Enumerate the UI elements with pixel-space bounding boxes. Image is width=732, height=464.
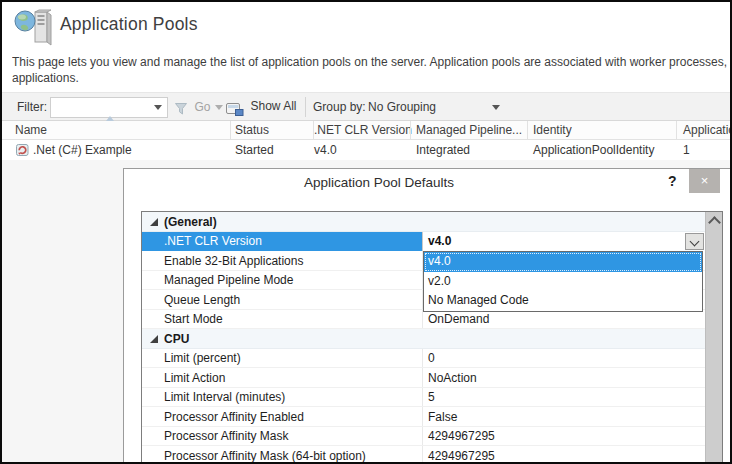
grid-row-processor-affinity-mask-64[interactable]: Processor Affinity Mask (64-bit option) … [142,446,705,464]
grid-row-net-clr-version[interactable]: .NET CLR Version v4.0 [142,232,705,252]
column-separator [676,121,677,140]
pool-clr-version: v4.0 [314,143,337,157]
pool-name: .Net (C#) Example [33,143,132,157]
show-all-button[interactable]: Show All [226,99,294,117]
clr-version-combobox[interactable]: v4.0 [422,232,705,252]
property-label: Limit Action [164,371,225,385]
chevron-down-icon [690,236,700,246]
pool-pipeline: Integrated [416,143,470,157]
combo-dropdown-button[interactable] [685,233,704,251]
property-grid: (General) .NET CLR Version v4.0 Enable 3… [141,211,723,464]
page-description-line1: This page lets you view and manage the l… [12,55,728,69]
dropdown-option-v40[interactable]: v4.0 [424,252,702,272]
column-header-applications[interactable]: Applications [683,123,732,137]
grid-section-general[interactable]: (General) [142,212,705,232]
scroll-up-icon[interactable] [708,216,721,229]
group-by-select[interactable]: No Grouping [368,93,504,120]
property-label: Limit Interval (minutes) [164,390,285,404]
go-dropdown-caret-icon[interactable] [215,105,223,110]
help-button[interactable]: ? [668,173,677,189]
property-value: 4294967295 [422,427,705,446]
grid-row-limit-percent[interactable]: Limit (percent) 0 [142,349,705,369]
clr-version-value: v4.0 [428,234,451,248]
go-button[interactable]: Go [174,100,209,118]
column-separator [410,121,411,140]
property-label: Processor Affinity Mask [164,429,289,443]
property-value: 4294967295 [422,446,705,464]
property-value: 0 [422,349,705,368]
filter-funnel-icon [174,102,189,116]
column-header-status[interactable]: Status [235,123,269,137]
grid-scrollbar[interactable] [705,212,722,464]
group-by-label: Group by: [313,100,366,114]
property-grid-rows: (General) .NET CLR Version v4.0 Enable 3… [142,212,705,464]
group-by-caret-icon [492,105,500,110]
pool-list-header: Name Status .NET CLR Version Managed Pip… [2,121,730,140]
close-button[interactable]: × [689,169,720,193]
page-title: Application Pools [60,14,198,35]
column-separator [313,121,314,140]
property-label: Start Mode [164,312,223,326]
show-all-label: Show All [250,99,296,113]
filter-label: Filter: [17,100,47,114]
toolbar-separator [305,97,306,117]
server-globe-icon [12,6,56,50]
property-value: OnDemand [422,310,705,329]
pool-applications: 1 [683,143,690,157]
section-label: CPU [164,332,189,346]
collapse-triangle-icon[interactable] [150,335,158,343]
property-label: Processor Affinity Mask (64-bit option) [164,449,366,463]
section-label: (General) [164,215,217,229]
property-value: False [422,407,705,426]
column-header-clr-version[interactable]: .NET CLR Version [314,123,412,137]
show-all-icon [226,101,244,116]
page-description-line2: applications. [12,71,728,85]
property-label: Enable 32-Bit Applications [164,254,303,268]
group-by-value: No Grouping [368,100,436,114]
pool-identity: ApplicationPoolIdentity [533,143,654,157]
property-value: NoAction [422,368,705,387]
column-header-name[interactable]: Name [15,123,47,137]
column-header-identity[interactable]: Identity [533,123,572,137]
grid-section-cpu[interactable]: CPU [142,329,705,349]
app-pool-icon [15,142,30,161]
collapse-triangle-icon[interactable] [150,218,158,226]
property-label: Queue Length [164,293,240,307]
column-header-pipeline[interactable]: Managed Pipeline... [416,123,522,137]
filter-dropdown-caret-icon[interactable] [154,105,162,110]
grid-row-processor-affinity-enabled[interactable]: Processor Affinity Enabled False [142,407,705,427]
iis-application-pools-screen: Application Pools This page lets you vie… [0,0,732,464]
pool-status: Started [235,143,274,157]
dialog-title: Application Pool Defaults [304,175,454,190]
property-label: Limit (percent) [164,351,241,365]
dropdown-option-v20[interactable]: v2.0 [424,272,702,292]
clr-version-dropdown-list: v4.0 v2.0 No Managed Code [423,251,703,312]
pool-row[interactable]: .Net (C#) Example Started v4.0 Integrate… [2,140,730,160]
property-value: 5 [422,388,705,407]
grid-row-processor-affinity-mask[interactable]: Processor Affinity Mask 4294967295 [142,427,705,447]
close-icon: × [701,173,709,188]
application-pool-defaults-dialog: Application Pool Defaults ? × (General) … [123,168,732,464]
go-button-label: Go [194,100,210,114]
column-separator [230,121,231,140]
property-label: Processor Affinity Enabled [164,410,304,424]
property-label: .NET CLR Version [164,234,262,248]
dropdown-option-no-managed-code[interactable]: No Managed Code [424,291,702,311]
column-separator [527,121,528,140]
grid-row-limit-action[interactable]: Limit Action NoAction [142,368,705,388]
grid-row-limit-interval[interactable]: Limit Interval (minutes) 5 [142,388,705,408]
sort-ascending-icon [106,116,114,121]
grid-row-start-mode[interactable]: Start Mode OnDemand [142,310,705,330]
property-label: Managed Pipeline Mode [164,273,293,287]
filter-input[interactable] [50,97,168,118]
